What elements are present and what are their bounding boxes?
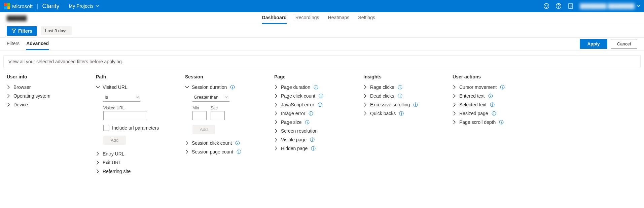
item-page-size[interactable]: Page size: [274, 118, 357, 127]
tab-dashboard[interactable]: Dashboard: [262, 12, 287, 24]
include-params-row[interactable]: Include url parameters: [103, 125, 178, 131]
info-icon[interactable]: [230, 85, 235, 90]
chevron-right-icon: [363, 85, 367, 89]
item-excessive-scrolling[interactable]: Excessive scrolling: [363, 100, 446, 109]
filter-tab-advanced[interactable]: Advanced: [26, 38, 49, 50]
chevron-right-icon: [7, 94, 11, 98]
item-quick-backs[interactable]: Quick backs: [363, 109, 446, 118]
duration-operator[interactable]: Greater than: [192, 93, 229, 102]
chevron-right-icon: [453, 94, 457, 98]
item-referring-site[interactable]: Referring site: [96, 167, 178, 176]
top-bar: Microsoft | Clarity My Projects ████████…: [0, 0, 644, 12]
item-page-click-count[interactable]: Page click count: [274, 92, 357, 100]
info-icon[interactable]: [398, 85, 402, 90]
filters-button[interactable]: Filters: [7, 26, 37, 36]
filter-tab-filters[interactable]: Filters: [7, 38, 20, 50]
info-icon[interactable]: [235, 141, 240, 145]
item-cursor-movement[interactable]: Cursor movement: [453, 83, 535, 92]
item-label: Exit URL: [103, 160, 121, 165]
session-duration-panel: Greater than Min Sec Add: [185, 93, 267, 134]
checkbox-include-params[interactable]: [103, 125, 109, 131]
visited-url-input[interactable]: [103, 111, 147, 120]
chevron-right-icon: [7, 103, 11, 107]
item-session-page-count[interactable]: Session page count: [185, 147, 267, 156]
add-visited-url-button[interactable]: Add: [103, 136, 126, 145]
date-range-pill[interactable]: Last 3 days: [41, 26, 72, 35]
info-icon[interactable]: [490, 102, 495, 107]
info-icon[interactable]: [500, 85, 505, 90]
apply-button[interactable]: Apply: [580, 39, 607, 49]
min-sec-group: Min Sec: [192, 106, 267, 120]
item-dead-clicks[interactable]: Dead clicks: [363, 92, 446, 100]
add-duration-button[interactable]: Add: [192, 125, 215, 134]
item-label: Resized page: [459, 111, 488, 116]
info-icon[interactable]: [399, 111, 404, 116]
item-device[interactable]: Device: [7, 100, 89, 109]
funnel-icon: [11, 29, 16, 33]
feedback-icon[interactable]: [543, 3, 549, 9]
item-page-scroll-depth[interactable]: Page scroll depth: [453, 118, 535, 127]
item-label: Browser: [13, 84, 31, 90]
info-icon[interactable]: [309, 111, 313, 116]
item-screen-resolution[interactable]: Screen resolution: [274, 127, 357, 135]
item-label: Session click count: [192, 140, 232, 146]
notes-icon[interactable]: [568, 3, 574, 9]
tab-heatmaps[interactable]: Heatmaps: [328, 12, 350, 24]
help-icon[interactable]: [556, 3, 562, 9]
cancel-button[interactable]: Cancel: [611, 39, 638, 49]
visited-url-operator[interactable]: Is: [103, 93, 140, 102]
item-resized-page[interactable]: Resized page: [453, 109, 535, 118]
sec-input[interactable]: [211, 111, 225, 120]
item-visited-url[interactable]: Visited URL: [96, 83, 178, 92]
item-visible-page[interactable]: Visible page: [274, 135, 357, 144]
chevron-right-icon: [274, 85, 278, 89]
filter-tabs: Filters Advanced: [7, 38, 49, 50]
filter-columns: User info Browser Operating system Devic…: [0, 68, 644, 189]
item-image-error[interactable]: Image error: [274, 109, 357, 118]
sub-nav: ██████ Dashboard Recordings Heatmaps Set…: [0, 12, 644, 24]
tab-settings[interactable]: Settings: [358, 12, 375, 24]
col-session: Session Session duration Greater than Mi…: [182, 74, 271, 176]
item-operating-system[interactable]: Operating system: [7, 92, 89, 100]
item-label: Cursor movement: [459, 84, 497, 90]
projects-dropdown-label: My Projects: [69, 3, 94, 9]
item-hidden-page[interactable]: Hidden page: [274, 144, 357, 153]
info-icon[interactable]: [318, 102, 322, 107]
min-input[interactable]: [192, 111, 207, 120]
col-title-user-actions: User actions: [453, 74, 535, 79]
info-icon[interactable]: [237, 149, 241, 154]
item-session-click-count[interactable]: Session click count: [185, 139, 267, 147]
chevron-right-icon: [453, 111, 457, 115]
item-entered-text[interactable]: Entered text: [453, 92, 535, 100]
item-label: Visible page: [281, 137, 307, 142]
info-icon[interactable]: [319, 94, 323, 98]
info-icon[interactable]: [310, 137, 315, 142]
tab-recordings[interactable]: Recordings: [295, 12, 319, 24]
chevron-right-icon: [274, 111, 278, 115]
chevron-right-icon: [274, 138, 278, 142]
item-browser[interactable]: Browser: [7, 83, 89, 92]
info-icon[interactable]: [398, 94, 402, 98]
user-menu[interactable]: ████████ ████████: [580, 3, 640, 9]
info-icon[interactable]: [492, 111, 496, 116]
item-selected-text[interactable]: Selected text: [453, 100, 535, 109]
item-entry-url[interactable]: Entry URL: [96, 149, 178, 158]
info-icon[interactable]: [311, 146, 316, 151]
info-icon[interactable]: [413, 102, 418, 107]
item-javascript-error[interactable]: JavaScript error: [274, 100, 357, 109]
item-label: Device: [13, 102, 28, 107]
item-page-duration[interactable]: Page duration: [274, 83, 357, 92]
item-label: Dead clicks: [370, 93, 394, 99]
info-icon[interactable]: [314, 85, 318, 90]
item-rage-clicks[interactable]: Rage clicks: [363, 83, 446, 92]
item-exit-url[interactable]: Exit URL: [96, 158, 178, 167]
col-title-session: Session: [185, 74, 267, 79]
info-icon[interactable]: [499, 120, 504, 125]
chevron-right-icon: [363, 111, 367, 115]
projects-dropdown[interactable]: My Projects: [69, 3, 99, 9]
item-session-duration[interactable]: Session duration: [185, 83, 267, 92]
item-label: Entry URL: [103, 151, 124, 157]
sec-label: Sec: [211, 106, 225, 110]
info-icon[interactable]: [488, 94, 493, 98]
info-icon[interactable]: [305, 120, 310, 125]
